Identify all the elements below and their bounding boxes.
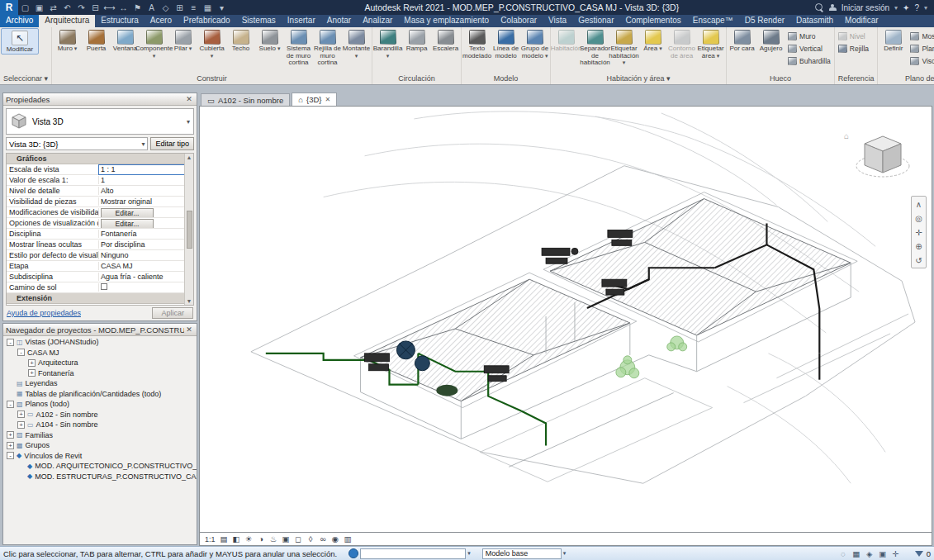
undo-icon[interactable]: ↶ <box>60 1 74 14</box>
help-icon[interactable]: ? <box>914 3 919 12</box>
redo-icon[interactable]: ↷ <box>74 1 88 14</box>
drag-on-selection-toggle[interactable]: ✛ <box>890 549 902 558</box>
tool-montante[interactable]: Montante ▾ <box>342 28 371 59</box>
tree-item-planos-todo[interactable]: -▧Planos (todo) <box>3 399 197 410</box>
worksets-field[interactable] <box>360 548 466 559</box>
rewind-icon[interactable]: ↺ <box>915 254 922 266</box>
crop-view-icon[interactable]: ▣ <box>280 534 292 545</box>
tool-plano-de-referencia[interactable]: Plano de referencia <box>908 42 934 55</box>
view-tab-a102-sin-nombre[interactable]: ▭A102 - Sin nombre <box>201 93 290 106</box>
text-icon[interactable]: A <box>145 1 159 14</box>
property-row-nivel-de-detalle[interactable]: Nivel de detalleAlto <box>7 186 184 197</box>
tool-barandilla[interactable]: Barandilla ▾ <box>373 28 402 59</box>
measure-icon[interactable]: ⟷ <box>102 1 116 14</box>
tool-separador-de-habitacion[interactable]: Separador de habitación <box>581 28 609 67</box>
property-row-subdisciplina[interactable]: SubdisciplinaAgua fría - caliente <box>7 272 184 282</box>
tool-rampa[interactable]: Rampa <box>402 28 431 53</box>
button-opciones-de-visualizacion-de-gr[interactable]: Editar... <box>101 219 154 228</box>
ribbon-tab-sistemas[interactable]: Sistemas <box>236 15 282 27</box>
view-scale-button[interactable]: 1:1 <box>203 534 217 545</box>
ribbon-tab-estructura[interactable]: Estructura <box>95 15 145 27</box>
tree-item-familias[interactable]: +▨Familias <box>3 430 197 441</box>
ribbon-group-label-hueco[interactable]: Hueco <box>728 74 833 84</box>
steering-wheel-icon[interactable]: ◎ <box>915 212 922 224</box>
default-3d-view-icon[interactable]: ◇ <box>159 1 173 14</box>
tag-icon[interactable]: ⚑ <box>130 1 145 14</box>
property-row-disciplina[interactable]: DisciplinaFontanería <box>7 229 184 240</box>
tree-item-vinculos-de-revit[interactable]: -◆Vínculos de Revit <box>3 451 197 462</box>
ribbon-group-label-plano-de-trabajo[interactable]: Plano de trabajo <box>879 74 934 84</box>
tool-mostrar[interactable]: Mostrar <box>908 30 934 42</box>
ribbon-tab-colaborar[interactable]: Colaborar <box>495 15 543 27</box>
tool-modificar[interactable]: ↖Modificar <box>1 28 39 55</box>
app-store-icon[interactable]: ✦ <box>903 3 909 12</box>
visual-style-icon[interactable]: ◧ <box>230 534 243 545</box>
view-tab-3d[interactable]: ⌂{3D}✕ <box>292 93 337 106</box>
ribbon-group-label-construir[interactable]: Construir <box>53 74 371 84</box>
ribbon-tab-gestionar[interactable]: Gestionar <box>572 15 619 27</box>
tool-escalera[interactable]: Escalera <box>431 28 460 53</box>
drawing-canvas[interactable]: ⌂ ∧◎✛⊕↺ <box>199 106 932 533</box>
tool-pilar[interactable]: Pilar ▾ <box>168 28 197 53</box>
ribbon-tab-analizar[interactable]: Analizar <box>357 15 398 27</box>
checkbox-recortar-vista[interactable] <box>101 305 107 306</box>
switch-windows-icon[interactable]: ▦ <box>201 1 215 14</box>
section-icon[interactable]: ⊞ <box>173 1 187 14</box>
tool-grupo-de-modelo[interactable]: Grupo de modelo ▾ <box>520 28 549 59</box>
checkbox-camino-de-sol[interactable] <box>101 283 107 290</box>
ribbon-tab-arquitectura[interactable]: Arquitectura <box>39 15 95 27</box>
tool-suelo[interactable]: Suelo ▾ <box>255 28 284 53</box>
tool-techo[interactable]: Techo <box>226 28 255 53</box>
tree-item-vistas-johanstudio[interactable]: -◫Vistas (JOHANStudio) <box>3 337 197 348</box>
property-row-estilo-por-defecto-de-visualizaci[interactable]: Estilo por defecto de visualizaci...Ning… <box>7 250 184 261</box>
help-caret-icon[interactable]: ▾ <box>924 4 927 12</box>
customize-qat-icon[interactable]: ▾ <box>215 1 229 14</box>
tool-puerta[interactable]: Puerta <box>82 28 111 53</box>
tool-buhardilla[interactable]: Buhardilla <box>785 55 833 67</box>
select-underlay-toggle[interactable]: ▦ <box>851 549 862 558</box>
view-selector-combo[interactable]: Vista 3D: {3D} ▾ <box>6 137 148 150</box>
ribbon-group-label-referencia[interactable]: Referencia <box>836 74 877 84</box>
select-pinned-toggle[interactable]: ◈ <box>864 549 875 558</box>
design-options-control[interactable]: Modelo base ▾ <box>482 548 567 559</box>
print-icon[interactable]: ⊟ <box>88 1 102 14</box>
ribbon-tab-insertar[interactable]: Insertar <box>282 15 321 27</box>
sync-icon[interactable]: ⇄ <box>46 1 60 14</box>
sign-in-button[interactable]: Iniciar sesión <box>842 3 889 12</box>
selection-filter[interactable]: 0 <box>913 549 931 558</box>
tree-item-grupos[interactable]: +▩Grupos <box>3 440 197 451</box>
property-section-graficos[interactable]: Gráficos <box>7 154 184 164</box>
tree-item-tablas-de-planificacion-cantidades-todo[interactable]: ▦Tablas de planificación/Cantidades (tod… <box>3 389 197 400</box>
property-row-camino-de-sol[interactable]: Camino de sol <box>7 282 184 293</box>
ribbon-tab-modificar[interactable]: Modificar <box>839 15 884 27</box>
property-row-etapa[interactable]: EtapaCASA MJ <box>7 261 184 272</box>
ribbon-tab-vista[interactable]: Vista <box>543 15 572 27</box>
type-selector-caret-icon[interactable]: ▾ <box>187 118 190 126</box>
detail-level-icon[interactable]: ▤ <box>218 534 230 545</box>
edit-type-button[interactable]: Editar tipo <box>150 137 194 150</box>
ribbon-tab-prefabricado[interactable]: Prefabricado <box>178 15 236 27</box>
property-row-visibilidad-de-piezas[interactable]: Visibilidad de piezasMostrar original <box>7 197 184 207</box>
save-icon[interactable]: ▣ <box>32 1 46 14</box>
property-row-valor-de-escala-1[interactable]: Valor de escala 1:1 <box>7 175 184 186</box>
tool-etiquetar-habitacion[interactable]: Etiquetar habitación ▾ <box>609 28 638 67</box>
navbar-chevron-icon[interactable]: ∧ <box>916 198 922 210</box>
ribbon-group-label-seleccionar[interactable]: Seleccionar ▾ <box>1 74 50 84</box>
tool-vertical[interactable]: Vertical <box>785 42 833 55</box>
reveal-hidden-elements-icon[interactable]: ◉ <box>330 534 342 545</box>
viewcube-home-icon[interactable]: ⌂ <box>844 131 849 140</box>
design-option-field[interactable]: Modelo base <box>482 548 562 559</box>
ribbon-group-label-circulacion[interactable]: Circulación <box>373 74 460 84</box>
sign-in-caret-icon[interactable]: ▾ <box>894 4 898 12</box>
select-links-toggle[interactable]: ◌ <box>837 549 849 558</box>
apply-button[interactable]: Aplicar <box>152 307 193 319</box>
properties-close-icon[interactable]: ✕ <box>184 95 194 103</box>
tool-texto-modelado[interactable]: Texto modelado <box>462 28 491 59</box>
select-by-face-toggle[interactable]: ▣ <box>877 549 889 558</box>
property-row-escala-de-vista[interactable]: Escala de vista1 : 1 <box>7 164 184 175</box>
tool-por-cara[interactable]: Por cara <box>728 28 756 53</box>
tool-linea-de-modelo[interactable]: Línea de modelo <box>491 28 520 59</box>
property-row-recortar-vista[interactable]: Recortar vista <box>7 304 184 306</box>
rendering-dialog-icon[interactable]: ♨ <box>268 534 280 545</box>
tool-rejilla[interactable]: Rejilla <box>836 42 871 55</box>
